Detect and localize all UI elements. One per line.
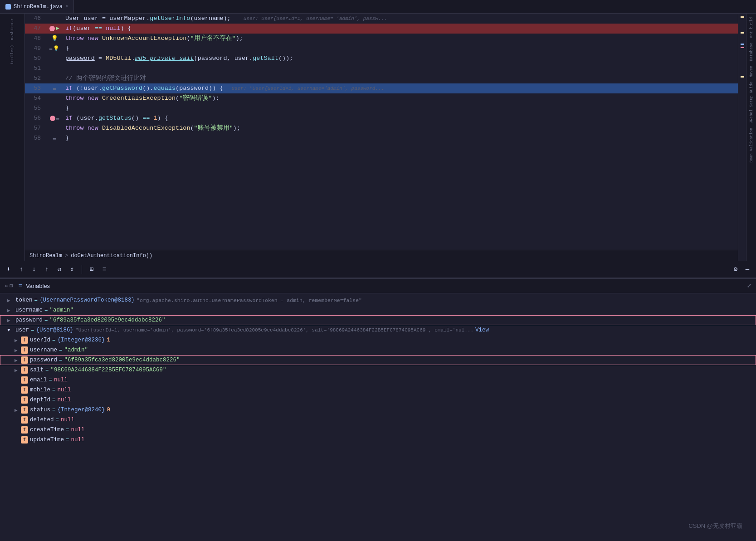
var-name-deleted: deleted <box>30 417 54 423</box>
expand-salt[interactable]: ▶ <box>15 367 21 373</box>
var-name-email: email <box>30 377 47 383</box>
right-label-database[interactable]: Database <box>749 43 754 61</box>
line-content-56: if (user.getStatus() == 1) { <box>63 113 738 123</box>
view-link[interactable]: View <box>475 327 489 333</box>
expand-status[interactable]: ▶ <box>15 407 21 413</box>
var-row-status[interactable]: ▶ f status = {Integer@8240} 0 <box>0 405 756 415</box>
expand-userid[interactable]: ▶ <box>15 337 21 343</box>
line-num-53: 53 <box>25 83 45 93</box>
right-label-maven[interactable]: Maven <box>749 66 754 78</box>
debug-btn-step-up[interactable]: ↑ <box>42 264 52 274</box>
line-content-53: if (!user.getPassword().equals(password)… <box>63 83 738 93</box>
fold-icon-58[interactable]: ▬ <box>53 133 56 143</box>
var-row-token[interactable]: ▶ token = {UsernamePasswordToken@8183} "… <box>0 295 756 305</box>
line-content-55: } <box>63 103 738 113</box>
var-val-user: {User@8186} <box>36 327 74 333</box>
var-row-username-inner[interactable]: ▶ f username = "admin" <box>0 345 756 355</box>
left-label-1: m.shiro.r <box>10 18 15 40</box>
var-val-user-str: "User{userId=1, username='admin', passwo… <box>75 327 473 333</box>
var-row-deleted[interactable]: ▶ f deleted = null <box>0 415 756 425</box>
var-val-password-top: "6f89a35fca3ed82005e9ec4ddabc8226" <box>50 317 166 323</box>
type-icon-email: f <box>21 376 28 384</box>
breadcrumb-bar: ShiroRealm > doGetAuthenticationInfo() <box>25 250 738 261</box>
line-content-46: User user = userMapper.getUserInfo(usern… <box>63 14 738 24</box>
code-editor: 46 User user = userMapper.getUserInfo(us… <box>25 14 738 261</box>
code-line-58: 58 ▬ } <box>25 133 738 143</box>
expand-token[interactable]: ▶ <box>7 297 14 303</box>
panel-back-button[interactable]: ⇐ <box>5 283 8 289</box>
type-icon-updatetime: f <box>21 436 28 444</box>
fold-icon-56[interactable]: ▬ <box>56 113 59 123</box>
var-row-userid[interactable]: ▶ f userId = {Integer@8236} 1 <box>0 335 756 345</box>
line-icons-57 <box>45 123 63 133</box>
debug-arrow-47: ▶ <box>56 24 59 34</box>
fold-icon-49[interactable]: ▬ <box>49 44 53 54</box>
code-line-47: 47 ▶ if(user == null) { <box>25 24 738 34</box>
expand-user[interactable]: ▼ <box>7 327 14 333</box>
var-name-createtime: createTime <box>30 427 64 433</box>
var-row-createtime[interactable]: ▶ f createTime = null <box>0 425 756 435</box>
line-icons-50 <box>45 54 63 63</box>
scroll-track[interactable] <box>738 14 746 261</box>
var-name-updatetime: updateTime <box>30 437 64 443</box>
type-icon-deptid: f <box>21 396 28 404</box>
code-line-52: 52 // 两个密码的密文进行比对 <box>25 73 738 83</box>
line-num-57: 57 <box>25 123 45 133</box>
expand-password-inner[interactable]: ▶ <box>15 357 21 363</box>
panel-header: ⇐ ⊞ ≡ Variables ⤢ <box>0 279 756 293</box>
var-row-password-top[interactable]: ▶ password = "6f89a35fca3ed82005e9ec4dda… <box>0 315 756 325</box>
var-row-mobile[interactable]: ▶ f mobile = null <box>0 385 756 395</box>
debug-btn-grid[interactable]: ⊞ <box>87 264 97 274</box>
line-content-57: throw new DisabledAccountException("账号被禁… <box>63 123 738 133</box>
var-row-username-top[interactable]: ▶ username = "admin" <box>0 305 756 315</box>
breadcrumb-method: doGetAuthenticationInfo() <box>71 253 152 259</box>
expand-username-inner[interactable]: ▶ <box>15 347 21 353</box>
breadcrumb-sep: > <box>65 253 68 259</box>
expand-password-top[interactable]: ▶ <box>7 317 14 323</box>
var-val-username-top: "admin" <box>50 307 74 313</box>
right-label-bean[interactable]: Bean Validation <box>749 128 754 163</box>
var-row-email[interactable]: ▶ f email = null <box>0 375 756 385</box>
tab-close-button[interactable]: × <box>65 4 68 9</box>
lamp-icon-48: 💡 <box>51 34 58 44</box>
code-line-51: 51 <box>25 63 738 73</box>
debug-btn-step-over[interactable]: ↑ <box>16 264 26 274</box>
debug-btn-settings[interactable]: ⚙ <box>731 264 741 274</box>
panel-expand-button[interactable]: ⊞ <box>10 283 13 289</box>
expand-username-top[interactable]: ▶ <box>7 307 14 313</box>
file-tab[interactable]: ShiroRealm.java × <box>0 0 74 13</box>
right-label-jrebel[interactable]: JRebel Setup Guide <box>749 82 754 123</box>
panel-expand-right-btn[interactable]: ⤢ <box>747 283 751 289</box>
line-content-50: password = MD5Util.md5_private_salt(pass… <box>63 54 738 63</box>
var-row-salt[interactable]: ▶ f salt = "98C69A2446384F22B5EFC7874095… <box>0 365 756 375</box>
debug-btn-height[interactable]: ⇕ <box>67 264 77 274</box>
var-val-deptid: null <box>58 397 71 403</box>
breakpoint-icon-56[interactable] <box>50 116 55 121</box>
var-row-updatetime[interactable]: ▶ f updateTime = null <box>0 435 756 445</box>
debug-btn-list[interactable]: ≡ <box>99 264 109 274</box>
fold-icon-53[interactable]: ▬ <box>53 83 56 93</box>
var-val-token-str: "org.apache.shiro.authc.UsernamePassword… <box>137 297 362 303</box>
code-line-53: 53 ▬ if (!user.getPassword().equals(pass… <box>25 83 738 93</box>
java-file-icon <box>5 4 11 10</box>
type-icon-mobile: f <box>21 386 28 394</box>
tab-bar: ShiroRealm.java × <box>0 0 756 14</box>
type-icon-username-inner: f <box>21 346 28 354</box>
code-line-54: 54 throw new CredentialsException("密码错误"… <box>25 93 738 103</box>
var-name-username-inner: username <box>30 347 57 353</box>
var-name-password-top: password <box>15 317 43 323</box>
scroll-marker-yellow-1 <box>741 16 744 18</box>
debug-btn-rotate[interactable]: ↺ <box>54 264 64 274</box>
var-row-user[interactable]: ▼ user = {User@8186} "User{userId=1, use… <box>0 325 756 335</box>
line-num-51: 51 <box>25 63 45 73</box>
code-line-57: 57 throw new DisabledAccountException("账… <box>25 123 738 133</box>
debug-btn-step-down[interactable]: ↓ <box>29 264 39 274</box>
debug-btn-minimize[interactable]: — <box>742 264 752 274</box>
line-num-46: 46 <box>25 14 45 24</box>
var-val-updatetime: null <box>71 437 85 443</box>
breakpoint-icon-47[interactable] <box>49 26 55 31</box>
right-label-ant[interactable]: Ant build <box>749 17 754 38</box>
var-row-deptid[interactable]: ▶ f deptId = null <box>0 395 756 405</box>
var-row-password-inner[interactable]: ▶ f password = "6f89a35fca3ed82005e9ec4d… <box>0 355 756 365</box>
debug-btn-download[interactable]: ⬇ <box>4 264 14 274</box>
